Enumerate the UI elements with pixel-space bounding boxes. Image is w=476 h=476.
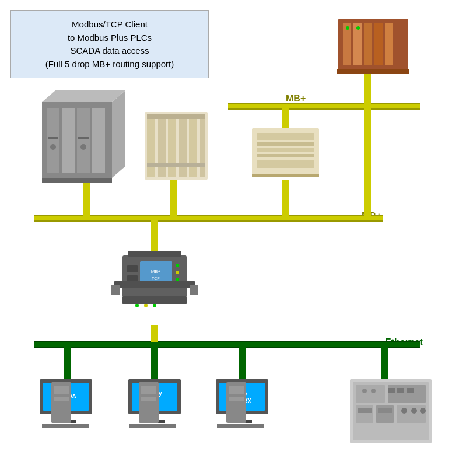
scada-monitor-screen bbox=[43, 383, 89, 411]
bottom-rack-inner bbox=[353, 382, 429, 440]
rack-knob-1 bbox=[401, 408, 407, 414]
panel-to-top-bus-wire bbox=[282, 106, 289, 152]
proworx-eth-drop bbox=[239, 344, 246, 384]
server-detail-1 bbox=[48, 137, 58, 139]
gateway-mb-wire bbox=[151, 218, 158, 287]
panel-slot-1 bbox=[257, 133, 314, 140]
plc-mod-2 bbox=[158, 114, 166, 177]
unity-drive-bay bbox=[141, 386, 156, 394]
gateway-body bbox=[123, 256, 187, 298]
ethernet-label: Ethernet bbox=[385, 337, 423, 348]
mb-plus-top-bus bbox=[228, 103, 420, 110]
unity-eth-drop bbox=[151, 344, 158, 384]
scada-monitor-frame bbox=[40, 379, 92, 414]
server-bay-4 bbox=[92, 108, 105, 173]
plc-mod-4 bbox=[178, 114, 187, 177]
rack-port-1 bbox=[362, 388, 367, 393]
rack-indicator-1 bbox=[358, 408, 372, 413]
scada-stand-base bbox=[56, 420, 76, 423]
bottom-rack-eth-drop bbox=[382, 344, 388, 391]
plc-mod-6 bbox=[200, 114, 205, 177]
unity-label-line1: Unity bbox=[148, 390, 162, 397]
rack-slot-5 bbox=[385, 23, 393, 65]
server-top bbox=[42, 90, 125, 102]
rack-slot-1 bbox=[343, 23, 351, 65]
server-base-front bbox=[42, 178, 112, 183]
proworx-stand-base bbox=[232, 420, 252, 423]
mb-plus-rack-drop bbox=[364, 69, 371, 104]
right-vertical-mb bbox=[364, 106, 371, 216]
panel-base bbox=[252, 174, 319, 177]
bottom-rack-comp-3 bbox=[356, 405, 373, 423]
server-bay-3 bbox=[77, 108, 90, 173]
panel-slot-4 bbox=[257, 154, 314, 158]
server-front bbox=[42, 102, 112, 178]
bottom-rack-comp-2 bbox=[388, 385, 426, 402]
bottom-rack-body bbox=[350, 379, 432, 443]
rack-led-1 bbox=[346, 26, 349, 30]
top-right-rack-body bbox=[338, 19, 408, 70]
mb-plus-mid-bus bbox=[34, 215, 383, 222]
proworx-stand bbox=[239, 414, 246, 421]
gateway-top-connectors bbox=[128, 251, 181, 257]
proworx-label-line1: Pro bbox=[237, 390, 247, 397]
bottom-rack-comp-5 bbox=[397, 405, 426, 423]
unity-monitor-frame bbox=[128, 379, 181, 414]
scada-keyboard bbox=[42, 424, 89, 428]
scada-drive-bay2 bbox=[54, 397, 69, 401]
scada-eth-drop bbox=[64, 344, 71, 384]
plc-to-mb-wire bbox=[170, 180, 177, 216]
rack-slot-2 bbox=[354, 23, 362, 65]
panel-slot-2 bbox=[257, 142, 314, 146]
unity-keyboard bbox=[130, 424, 176, 428]
desc-line4: (Full 5 drop MB+ routing support) bbox=[46, 59, 174, 69]
rack-base bbox=[337, 69, 410, 74]
gateway-bottom bbox=[123, 296, 187, 304]
gateway-screen-text2: TCP bbox=[152, 276, 160, 281]
gateway-port-1 bbox=[127, 265, 138, 272]
description-box: Modbus/TCP Client to Modbus Plus PLCs SC… bbox=[10, 10, 209, 78]
mb-plus-mid-bus-border-top bbox=[34, 215, 383, 216]
gateway-clip-left bbox=[111, 285, 120, 295]
gateway-clip-right bbox=[190, 285, 198, 295]
rack-indicator-2 bbox=[378, 408, 392, 413]
proworx-drive-bay2 bbox=[229, 397, 244, 401]
ethernet-bus-top bbox=[34, 341, 420, 342]
gateway-screen bbox=[140, 261, 172, 284]
server-detail-2 bbox=[78, 137, 89, 139]
ethernet-bus-bot bbox=[34, 346, 420, 348]
mb-plus-top-bus-border-top bbox=[228, 103, 420, 104]
server-to-mb-wire bbox=[83, 180, 90, 216]
scada-stand bbox=[62, 414, 69, 421]
panel-body bbox=[252, 128, 319, 175]
rack-port-2 bbox=[371, 388, 376, 393]
unity-tower bbox=[139, 382, 159, 423]
rack-port-4 bbox=[397, 388, 404, 393]
scada-tower bbox=[51, 382, 71, 423]
plc-mod-3 bbox=[168, 114, 176, 177]
unity-stand-base bbox=[145, 420, 164, 423]
gateway-bottom-clips bbox=[114, 281, 195, 288]
gateway-to-eth-wire bbox=[151, 326, 158, 342]
proworx-keyboard bbox=[217, 424, 264, 428]
panel-to-mb-wire bbox=[282, 180, 289, 216]
panel-slot-3 bbox=[257, 148, 314, 152]
rack-led-2 bbox=[356, 26, 360, 30]
proworx-monitor-screen bbox=[219, 383, 265, 411]
desc-line2: to Modbus Plus PLCs bbox=[68, 33, 152, 43]
panel-slot-5 bbox=[257, 160, 314, 168]
server-knob-1 bbox=[50, 144, 56, 150]
server-side bbox=[112, 90, 125, 178]
rack-port-5 bbox=[407, 388, 414, 393]
gateway-led-3 bbox=[176, 278, 179, 281]
gateway-led-bottom-3 bbox=[153, 304, 156, 307]
mb-plus-mid-label: MB+ bbox=[362, 211, 382, 222]
server-knob-2 bbox=[80, 144, 86, 150]
mb-plus-top-label: MB+ bbox=[286, 93, 306, 104]
rack-knob-2 bbox=[411, 408, 417, 414]
unity-drive-bay2 bbox=[141, 397, 156, 401]
unity-monitor-screen bbox=[132, 383, 177, 411]
mb-plus-top-bus-border-bot bbox=[228, 108, 420, 110]
unity-label-line2: Pro bbox=[150, 398, 160, 404]
ethernet-bus bbox=[34, 341, 420, 348]
